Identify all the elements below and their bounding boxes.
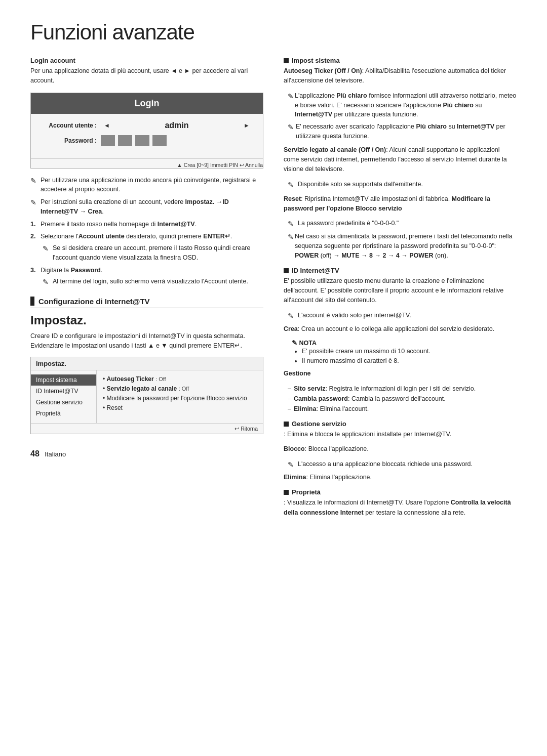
autoeseg-note-2-icon: ✎: [288, 122, 295, 133]
proprieta-body: : Visualizza le informazioni di Internet…: [284, 498, 517, 518]
proprieta-heading: Proprietà: [292, 488, 321, 496]
elimina-title: Elimina: [284, 474, 306, 481]
gestione-list: Sito serviz: Registra le informazioni di…: [284, 384, 517, 414]
impost-sistema-section: Impost sistema Autoeseg Ticker (Off / On…: [284, 57, 517, 261]
reset-note-2-text: Nel caso si sia dimenticata la password,…: [295, 232, 517, 260]
nota-list: E' possibile creare un massimo di 10 acc…: [292, 347, 517, 366]
configurazione-bar-title: Configurazione di Internet@TV: [38, 297, 150, 306]
servizio-legato-note: ✎ Disponibile solo se supportata dall'em…: [288, 180, 517, 190]
id-internet-tv-note: ✎ L'account è valido solo per internet@T…: [288, 311, 517, 321]
impostaz-footer: ↩ Ritorna: [31, 423, 263, 434]
id-internet-tv-note-text: L'account è valido solo per internet@TV.: [298, 311, 411, 320]
gestione-servizio-square-icon: [284, 422, 289, 427]
step-2-note: ✎ Se si desidera creare un account, prem…: [43, 243, 263, 263]
login-account-row: Account utente : ◄ admin ►: [41, 121, 253, 130]
step-1: 1. Premere il tasto rosso nella homepage…: [30, 220, 263, 229]
step-3-note: ✎ Al termine del login, sullo schermo ve…: [43, 277, 263, 287]
gestione-sito-serviz: Sito serviz: Registra le informazioni di…: [288, 384, 517, 394]
impostaz-box: Impostaz. Impost sistema ID Internet@TV …: [30, 357, 263, 434]
note-icon-1: ✎: [30, 176, 40, 186]
step-2-note-icon: ✎: [43, 243, 52, 254]
impostaz-box-body: Impost sistema ID Internet@TV Gestione s…: [31, 370, 263, 423]
page-title: Funzioni avanzate: [30, 20, 517, 45]
impostaz-right-password: • Modificare la password per l'opzione B…: [103, 394, 257, 403]
password-block-2: [118, 135, 132, 146]
step-3-note-text: Al termine del login, sullo schermo verr…: [53, 277, 263, 286]
servizio-legato-title: Servizio legato al canale (Off / On): [284, 146, 386, 153]
impostaz-menu-proprieta[interactable]: Proprietà: [31, 408, 96, 419]
gestione-servizio-heading-row: Gestione servizio: [284, 420, 517, 428]
password-block-1: [101, 135, 115, 146]
blocco-body: Blocco: Blocca l'applicazione.: [284, 444, 517, 454]
impostaz-box-title: Impostaz.: [31, 357, 263, 370]
servizio-legato-body: Servizio legato al canale (Off / On): Al…: [284, 145, 517, 175]
autoeseg-note-1: ✎ L'applicazione Più chiaro fornisce inf…: [288, 91, 517, 119]
id-internet-tv-note-icon: ✎: [288, 311, 297, 321]
login-note-2: ✎ Per istruzioni sulla creazione di un a…: [30, 197, 263, 217]
login-steps: 1. Premere il tasto rosso nella homepage…: [30, 220, 263, 288]
proprieta-square-icon: [284, 490, 289, 495]
impostaz-menu-id-internet-tv[interactable]: ID Internet@TV: [31, 386, 96, 397]
blocco-note-text: L'accesso a una applicazione bloccata ri…: [298, 459, 473, 469]
servizio-legato-note-icon: ✎: [288, 180, 297, 190]
crea-title: Crea: [284, 325, 298, 332]
reset-note-1-text: La password predefinita è "0-0-0-0.": [298, 219, 399, 228]
page-language: Italiano: [45, 450, 66, 458]
reset-body: Reset: Ripristina Internet@TV alle impos…: [284, 194, 517, 214]
nota-item-1: E' possibile creare un massimo di 10 acc…: [302, 347, 517, 356]
impostaz-menu-gestione-servizio[interactable]: Gestione servizio: [31, 397, 96, 408]
password-blocks: [101, 135, 253, 146]
login-note-1: ✎ Per utilizzare una applicazione in mod…: [30, 176, 263, 195]
id-internet-tv-square-icon: [284, 268, 289, 273]
autoeseg-note-1-text: L'applicazione Più chiaro fornisce infor…: [295, 91, 517, 119]
gestione-servizio-body: : Elimina e blocca le applicazioni insta…: [284, 430, 517, 439]
reset-text: : Ripristina Internet@TV alle impostazio…: [284, 195, 490, 212]
login-account-heading: Login account: [30, 57, 263, 64]
account-value: admin: [113, 121, 241, 130]
id-internet-tv-section: ID Internet@TV E' possibile utilizzare q…: [284, 267, 517, 414]
login-box: Login Account utente : ◄ admin ► Passwor…: [30, 93, 263, 169]
autoeseg-ticker-body: Autoeseg Ticker (Off / On): Abilita/Disa…: [284, 66, 517, 86]
id-internet-tv-heading-row: ID Internet@TV: [284, 267, 517, 274]
account-utente-label: Account utente :: [41, 122, 97, 129]
elimina-body: Elimina: Elimina l'applicazione.: [284, 473, 517, 482]
autoeseg-note-1-icon: ✎: [288, 91, 294, 102]
step-3-note-icon: ✎: [43, 277, 52, 287]
arrow-left-icon: ◄: [104, 122, 110, 129]
page-num-value: 48: [30, 449, 40, 458]
impostaz-menu-impost-sistema[interactable]: Impost sistema: [31, 374, 96, 386]
impostaz-right-content: • Autoeseg Ticker : Off • Servizio legat…: [97, 370, 263, 423]
nota-box: ✎ NOTA E' possibile creare un massimo di…: [292, 339, 517, 366]
autoeseg-note-2: ✎ E' necessario aver scaricato l'applica…: [288, 122, 517, 141]
reset-note-2-icon: ✎: [288, 232, 294, 242]
login-box-title: Login: [31, 93, 263, 114]
proprieta-heading-row: Proprietà: [284, 488, 517, 496]
gestione-servizio-heading: Gestione servizio: [292, 420, 346, 428]
right-column: Impost sistema Autoeseg Ticker (Off / On…: [284, 57, 517, 523]
nota-item-2: Il numero massimo di caratteri è 8.: [302, 356, 517, 366]
impostaz-description: Creare ID e configurare le impostazioni …: [30, 331, 263, 351]
blocco-title: Blocco: [284, 445, 305, 452]
id-internet-tv-body: E' possibile utilizzare questo menu dura…: [284, 276, 517, 306]
impostaz-right-autoeseg: • Autoeseg Ticker : Off: [103, 374, 257, 384]
impost-sistema-heading: Impost sistema: [292, 57, 340, 64]
password-label: Password :: [41, 137, 97, 144]
blocco-note: ✎ L'accesso a una applicazione bloccata …: [288, 459, 517, 470]
impostaz-section: Impostaz. Creare ID e configurare le imp…: [30, 313, 263, 434]
reset-title: Reset: [284, 195, 301, 202]
impostaz-title: Impostaz.: [30, 313, 263, 327]
crea-body: Crea: Crea un account e lo collega alle …: [284, 324, 517, 334]
password-block-4: [152, 135, 167, 146]
blocco-note-icon: ✎: [288, 459, 297, 470]
step-2-note-text: Se si desidera creare un account, premer…: [53, 243, 263, 263]
login-account-section: Login account Per una applicazione dotat…: [30, 57, 263, 287]
gestione-servizio-section: Gestione servizio : Elimina e blocca le …: [284, 420, 517, 482]
login-note-1-text: Per utilizzare una applicazione in modo …: [41, 176, 263, 195]
impostaz-left-menu: Impost sistema ID Internet@TV Gestione s…: [31, 370, 97, 423]
gestione-cambia-password: Cambia password: Cambia la password dell…: [288, 394, 517, 404]
configurazione-section-bar: Configurazione di Internet@TV: [30, 297, 263, 308]
impostaz-right-reset: • Reset: [103, 403, 257, 413]
login-footer: ▲ Crea [0~9] Immetti PIN ↩ Annulla: [31, 158, 263, 168]
step-3: 3. Digitare la Password. ✎ Al termine de…: [30, 266, 263, 288]
proprieta-section: Proprietà : Visualizza le informazioni d…: [284, 488, 517, 518]
